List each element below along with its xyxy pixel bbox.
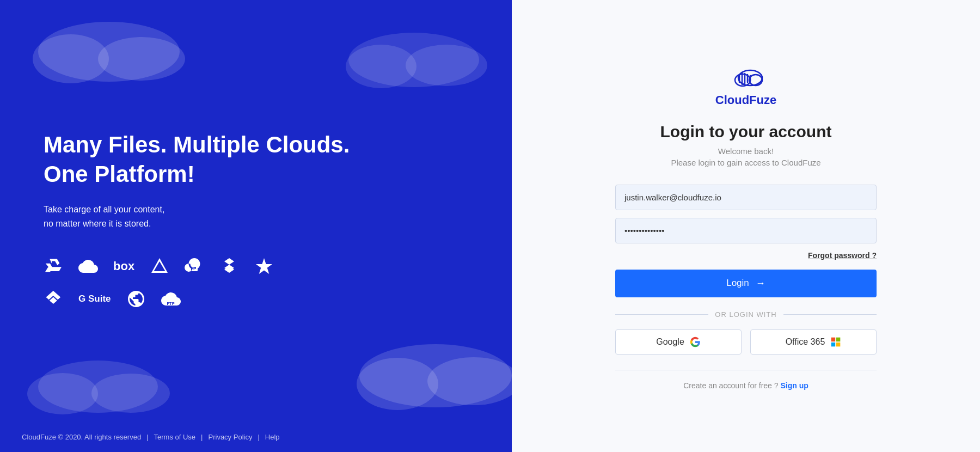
sharepoint-icon [185, 256, 204, 276]
left-subtext: Take charge of all your content, no matt… [44, 203, 468, 230]
logo-svg [724, 63, 768, 90]
svg-rect-24 [836, 342, 841, 346]
google-g-icon [690, 337, 701, 347]
headline: Many Files. Multiple Clouds. One Platfor… [44, 130, 468, 203]
email-input[interactable] [615, 185, 877, 210]
subtext-line1: Take charge of all your content, [44, 205, 164, 214]
create-account-text: Create an account for free ? [683, 381, 778, 390]
login-button[interactable]: Login → [615, 270, 877, 297]
globe-icon [126, 289, 146, 309]
svg-point-11 [91, 374, 170, 413]
triangle-icon [150, 256, 169, 276]
google-button-label: Google [656, 337, 684, 347]
right-panel: CloudFuze Login to your account Welcome … [512, 0, 980, 452]
office365-login-button[interactable]: Office 365 [750, 329, 877, 355]
bottom-divider [615, 370, 877, 370]
footer-terms-link[interactable]: Terms of Use [154, 433, 196, 441]
subtitle-text: Please login to gain access to CloudFuze [671, 158, 820, 167]
footer-help-link[interactable]: Help [265, 433, 280, 441]
google-login-button[interactable]: Google [615, 329, 742, 355]
jira-icon [44, 289, 63, 309]
signup-link[interactable]: Sign up [780, 381, 808, 390]
svg-point-4 [346, 45, 416, 88]
svg-text:FTP: FTP [167, 301, 174, 306]
or-divider: OR LOGIN WITH [615, 310, 877, 319]
divider-line-right [783, 314, 877, 315]
service-icons-row1: box [44, 256, 468, 276]
svg-point-6 [359, 344, 512, 407]
headline-line2: One Platform! [44, 161, 195, 187]
svg-point-10 [27, 373, 98, 414]
svg-rect-23 [831, 342, 836, 346]
office365-icon [830, 337, 841, 347]
logo-text: CloudFuze [715, 93, 776, 107]
sftp-icon: FTP [161, 289, 181, 309]
forgot-password-link[interactable]: Forgot password ? [615, 251, 877, 260]
left-panel: Many Files. Multiple Clouds. One Platfor… [0, 0, 512, 452]
footer-privacy-link[interactable]: Privacy Policy [209, 433, 253, 441]
login-title: Login to your account [660, 123, 832, 141]
svg-point-15 [749, 75, 762, 85]
or-text: OR LOGIN WITH [715, 310, 776, 319]
box-icon: box [113, 259, 134, 273]
service-icons-row2: G Suite FTP [44, 289, 468, 309]
login-form: Forgot password ? Login → OR LOGIN WITH … [615, 185, 877, 390]
dropbox-icon [219, 256, 239, 276]
subtext-line2: no matter where it is stored. [44, 219, 151, 228]
star-icon [254, 256, 274, 276]
logo-container: CloudFuze [715, 63, 776, 107]
svg-point-8 [427, 357, 512, 405]
svg-point-3 [348, 33, 479, 87]
login-button-label: Login [726, 278, 749, 289]
welcome-text: Welcome back! [718, 146, 774, 156]
svg-point-2 [98, 37, 185, 81]
signup-area: Create an account for free ? Sign up [615, 381, 877, 390]
arrow-right-icon: → [756, 278, 765, 289]
password-input[interactable] [615, 218, 877, 243]
headline-line1: Many Files. Multiple Clouds. [44, 132, 350, 157]
svg-point-5 [406, 45, 487, 86]
left-footer: CloudFuze © 2020. All rights reserved | … [0, 433, 512, 441]
divider-line-left [615, 314, 708, 315]
svg-point-7 [357, 358, 438, 410]
google-drive-icon [44, 256, 63, 276]
gsuite-icon: G Suite [78, 294, 111, 304]
office365-button-label: Office 365 [786, 337, 825, 347]
svg-point-0 [38, 22, 180, 82]
footer-copy: CloudFuze © 2020. All rights reserved [22, 433, 141, 441]
social-buttons: Google Office 365 [615, 329, 877, 355]
svg-rect-21 [831, 337, 836, 341]
svg-rect-22 [836, 337, 841, 341]
onedrive-icon [78, 256, 98, 276]
svg-point-9 [38, 361, 158, 413]
svg-point-1 [33, 34, 109, 83]
bottom-divider-line [615, 370, 877, 370]
